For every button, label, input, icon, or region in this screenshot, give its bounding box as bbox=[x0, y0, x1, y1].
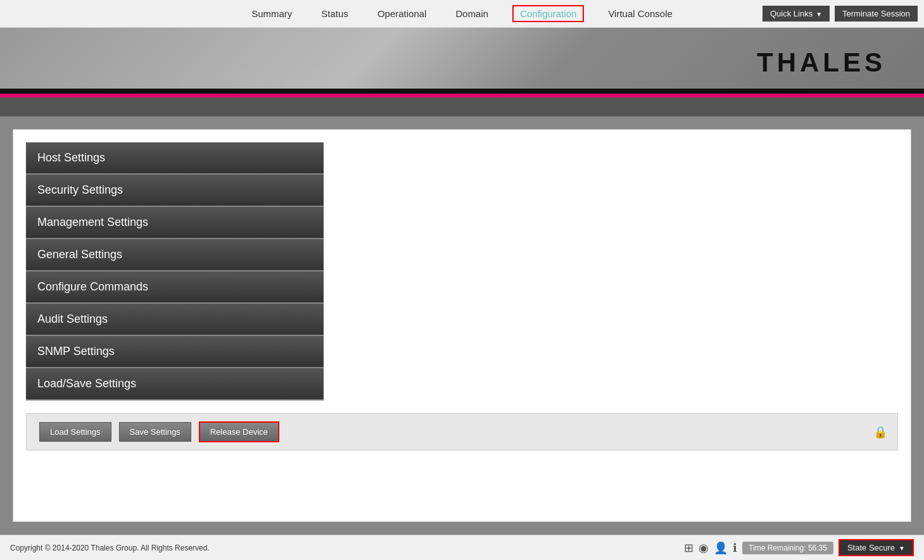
lock-icon: 🔒 bbox=[873, 425, 887, 439]
header-banner: THALES bbox=[0, 28, 924, 97]
nav-operational[interactable]: Operational bbox=[372, 6, 432, 22]
content-card: Host Settings Security Settings Manageme… bbox=[13, 129, 911, 522]
state-secure-button[interactable]: State Secure bbox=[839, 539, 914, 556]
release-device-button[interactable]: Release Device bbox=[199, 421, 279, 442]
sidebar-item-general-settings[interactable]: General Settings bbox=[26, 239, 324, 271]
nav-domain[interactable]: Domain bbox=[450, 6, 493, 22]
thales-logo: THALES bbox=[757, 47, 886, 78]
dark-sub-bar bbox=[0, 97, 924, 116]
grid-icon[interactable]: ⊞ bbox=[684, 541, 693, 555]
load-settings-button[interactable]: Load Settings bbox=[39, 422, 111, 442]
state-secure-chevron-icon bbox=[899, 543, 905, 552]
sidebar-item-management-settings[interactable]: Management Settings bbox=[26, 207, 324, 239]
nav-links: Summary Status Operational Domain Config… bbox=[246, 5, 678, 22]
nav-virtual-console[interactable]: Virtual Console bbox=[603, 6, 677, 22]
info-icon[interactable]: ℹ bbox=[733, 541, 737, 555]
footer: Copyright © 2014-2020 Thales Group. All … bbox=[0, 535, 924, 560]
sidebar-menu: Host Settings Security Settings Manageme… bbox=[26, 142, 324, 401]
sidebar-item-snmp-settings[interactable]: SNMP Settings bbox=[26, 336, 324, 368]
user-icon[interactable]: 👤 bbox=[714, 541, 728, 555]
top-navigation: Summary Status Operational Domain Config… bbox=[0, 0, 924, 28]
main-area: Host Settings Security Settings Manageme… bbox=[0, 116, 924, 535]
sidebar-item-host-settings[interactable]: Host Settings bbox=[26, 142, 324, 175]
sidebar-item-load-save-settings[interactable]: Load/Save Settings bbox=[26, 368, 324, 401]
quick-links-button[interactable]: Quick Links bbox=[763, 6, 830, 22]
action-bar: Load Settings Save Settings Release Devi… bbox=[26, 413, 898, 451]
sidebar-item-security-settings[interactable]: Security Settings bbox=[26, 175, 324, 207]
nav-status[interactable]: Status bbox=[316, 6, 353, 22]
sidebar-item-configure-commands[interactable]: Configure Commands bbox=[26, 271, 324, 304]
nav-configuration[interactable]: Configuration bbox=[512, 5, 584, 22]
nav-right-actions: Quick Links Terminate Session bbox=[763, 6, 918, 22]
terminate-session-button[interactable]: Terminate Session bbox=[835, 6, 918, 22]
circle-icon[interactable]: ◉ bbox=[699, 541, 709, 555]
nav-summary[interactable]: Summary bbox=[246, 6, 297, 22]
footer-right: ⊞ ◉ 👤 ℹ Time Remaining: 56:35 State Secu… bbox=[684, 539, 914, 556]
save-settings-button[interactable]: Save Settings bbox=[119, 422, 191, 442]
copyright-text: Copyright © 2014-2020 Thales Group. All … bbox=[10, 544, 210, 552]
chevron-down-icon bbox=[816, 9, 822, 18]
time-remaining-badge: Time Remaining: 56:35 bbox=[742, 542, 833, 554]
sidebar-item-audit-settings[interactable]: Audit Settings bbox=[26, 304, 324, 336]
